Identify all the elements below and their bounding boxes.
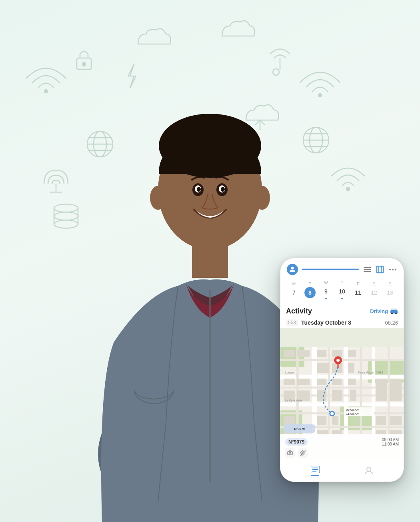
svg-rect-87 bbox=[317, 390, 326, 401]
svg-text:Palais-Royal: Palais-Royal bbox=[358, 371, 374, 374]
svg-point-48 bbox=[392, 269, 394, 270]
more-icon[interactable] bbox=[388, 265, 397, 274]
svg-rect-77 bbox=[317, 363, 329, 373]
cal-day-fri[interactable]: F 11 bbox=[352, 282, 364, 298]
nav-item-profile[interactable] bbox=[363, 466, 374, 475]
list-icon[interactable] bbox=[363, 265, 372, 274]
svg-point-118 bbox=[289, 452, 291, 454]
svg-point-49 bbox=[395, 269, 396, 270]
svg-text:Louvre: Louvre bbox=[285, 371, 294, 374]
cal-day-name-thu: T bbox=[341, 281, 343, 285]
time-start: 09:00 AM bbox=[382, 438, 399, 442]
svg-text:N°9079: N°9079 bbox=[294, 427, 305, 431]
svg-text:09:00 AM: 09:00 AM bbox=[346, 408, 360, 412]
phone-top-bar bbox=[280, 258, 404, 278]
cal-day-tue[interactable]: T 8 bbox=[304, 282, 316, 298]
svg-rect-67 bbox=[280, 359, 404, 361]
cal-day-thu[interactable]: T 10 bbox=[336, 281, 348, 299]
camera-icon[interactable] bbox=[285, 448, 295, 458]
svg-point-51 bbox=[391, 313, 393, 314]
cal-dot-thu bbox=[341, 298, 343, 299]
svg-rect-92 bbox=[376, 390, 387, 401]
map-area[interactable]: 09:00 AM 11:00 AM Palais-Royal Louvre CH… bbox=[280, 328, 404, 461]
cal-day-name-sun: S bbox=[389, 282, 392, 286]
svg-rect-74 bbox=[317, 350, 326, 357]
svg-point-38 bbox=[150, 186, 166, 210]
cal-dot-wed bbox=[325, 298, 327, 299]
svg-rect-96 bbox=[332, 416, 338, 425]
address-badge: N°9079 bbox=[285, 438, 308, 446]
svg-rect-98 bbox=[390, 416, 402, 425]
svg-rect-83 bbox=[332, 379, 342, 385]
nav-active-indicator bbox=[311, 475, 319, 476]
entry-time: 08:26 bbox=[385, 320, 398, 326]
svg-rect-60 bbox=[280, 402, 404, 406]
activity-title: Activity bbox=[286, 307, 312, 315]
svg-point-105 bbox=[336, 359, 340, 362]
svg-point-36 bbox=[221, 187, 225, 192]
cal-day-num-sun: 13 bbox=[384, 287, 396, 298]
map-icon[interactable] bbox=[376, 265, 384, 274]
svg-point-47 bbox=[389, 269, 391, 270]
svg-text:Le Café Marly: Le Café Marly bbox=[285, 399, 303, 402]
svg-rect-75 bbox=[332, 350, 342, 357]
cal-day-num-thu: 10 bbox=[336, 286, 348, 297]
cal-day-name-tue: T bbox=[309, 282, 311, 286]
phone-mockup: M 7 T 8 W 9 T 10 F 11 S bbox=[280, 258, 404, 482]
progress-bar bbox=[302, 269, 359, 270]
svg-text:CHTS: CHTS bbox=[376, 371, 383, 374]
cal-day-sat[interactable]: S 12 bbox=[368, 282, 380, 298]
cal-day-sun[interactable]: S 13 bbox=[384, 282, 396, 298]
calendar-week: M 7 T 8 W 9 T 10 F 11 S bbox=[280, 278, 404, 303]
cal-day-num-mon: 7 bbox=[288, 287, 300, 298]
svg-rect-81 bbox=[297, 379, 310, 385]
svg-rect-29 bbox=[192, 238, 228, 278]
svg-point-39 bbox=[254, 186, 270, 210]
svg-point-52 bbox=[395, 313, 397, 314]
svg-marker-44 bbox=[376, 266, 384, 273]
svg-rect-89 bbox=[350, 390, 356, 401]
svg-rect-88 bbox=[332, 390, 342, 401]
phone-frame: M 7 T 8 W 9 T 10 F 11 S bbox=[280, 258, 404, 482]
cal-day-num-sat: 12 bbox=[368, 287, 380, 298]
svg-rect-97 bbox=[376, 416, 386, 425]
driving-label: Driving bbox=[370, 308, 388, 314]
svg-rect-79 bbox=[348, 363, 354, 373]
cal-day-num-tue: 8 bbox=[304, 287, 316, 298]
svg-point-40 bbox=[291, 267, 294, 270]
cal-day-num-fri: 11 bbox=[352, 287, 364, 298]
svg-rect-73 bbox=[297, 350, 310, 357]
svg-rect-93 bbox=[390, 390, 402, 401]
svg-rect-72 bbox=[284, 350, 295, 357]
cal-day-name-mon: M bbox=[292, 282, 296, 286]
svg-point-35 bbox=[197, 187, 201, 192]
svg-point-123 bbox=[367, 467, 371, 471]
nav-item-list[interactable] bbox=[310, 465, 321, 476]
cal-day-wed[interactable]: W 9 bbox=[320, 281, 332, 299]
attachment-icon[interactable] bbox=[298, 448, 308, 458]
svg-rect-82 bbox=[317, 379, 326, 385]
svg-text:11:00 AM: 11:00 AM bbox=[346, 412, 360, 416]
entry-date: Tuesday October 8 bbox=[301, 319, 385, 326]
nav-icons bbox=[363, 265, 397, 274]
cal-day-num-wed: 9 bbox=[320, 286, 332, 297]
cal-day-name-sat: S bbox=[373, 282, 376, 286]
svg-point-107 bbox=[330, 412, 334, 415]
phone-bottom-nav bbox=[280, 461, 404, 482]
cal-day-mon[interactable]: M 7 bbox=[288, 282, 300, 298]
time-range: 09:00 AM 11:00 AM bbox=[382, 438, 399, 446]
svg-rect-91 bbox=[390, 379, 402, 391]
cal-day-name-wed: W bbox=[324, 281, 328, 285]
avatar-icon bbox=[287, 264, 298, 275]
svg-rect-84 bbox=[348, 379, 356, 385]
info-card: N°9079 09:00 AM 11:00 AM bbox=[280, 434, 404, 461]
nav-list-icon bbox=[310, 465, 321, 474]
cal-day-name-fri: F bbox=[357, 282, 359, 286]
svg-rect-94 bbox=[284, 416, 295, 425]
activity-header: Activity Driving bbox=[280, 303, 404, 318]
date-row: 553 Tuesday October 8 08:26 bbox=[280, 318, 404, 328]
info-card-top: N°9079 09:00 AM 11:00 AM bbox=[285, 438, 399, 446]
svg-rect-76 bbox=[348, 350, 356, 357]
svg-rect-70 bbox=[280, 412, 404, 414]
svg-rect-95 bbox=[317, 416, 326, 425]
